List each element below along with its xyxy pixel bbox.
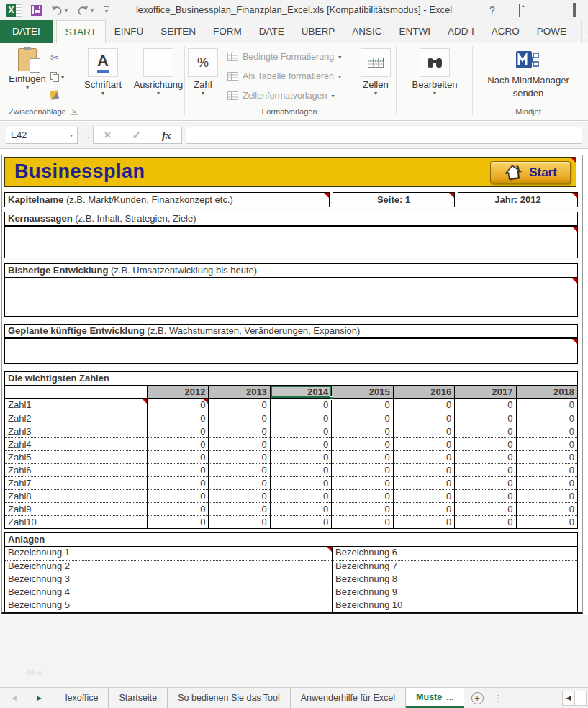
attachment-cell[interactable]: Bezeichnung 4	[5, 586, 332, 599]
value-cell[interactable]: 0	[393, 515, 454, 528]
value-cell[interactable]: 0	[331, 463, 392, 476]
clipboard-dialog-launcher-icon[interactable]: ↘	[71, 108, 78, 115]
scroll-left-icon[interactable]: ◀	[562, 691, 575, 706]
editing-group-button[interactable]: Bearbeiten ▾	[409, 48, 461, 96]
year-header-cell[interactable]: 2015	[331, 386, 392, 398]
value-cell[interactable]: 0	[454, 412, 515, 425]
attachment-cell[interactable]: Bezeichnung 10	[332, 599, 577, 612]
ribbon-tab-powe[interactable]: POWE	[528, 20, 575, 43]
value-cell[interactable]: 0	[516, 399, 577, 412]
save-icon[interactable]	[31, 5, 42, 16]
row-label-cell[interactable]: Zahl4	[5, 437, 147, 450]
year-header-cell[interactable]: 2017	[454, 386, 515, 398]
value-cell[interactable]: 0	[516, 463, 577, 476]
value-cell[interactable]: 0	[270, 450, 331, 463]
value-cell[interactable]: 0	[147, 502, 208, 515]
value-cell[interactable]: 0	[331, 502, 392, 515]
value-cell[interactable]: 0	[393, 399, 454, 412]
send-to-mindmanager-button[interactable]: Nach MindManager senden	[472, 43, 584, 99]
row-label-cell[interactable]: Zahl8	[5, 489, 147, 502]
ribbon-tab-add-i[interactable]: ADD-I	[439, 20, 483, 43]
value-cell[interactable]: 0	[393, 489, 454, 502]
value-cell[interactable]: 0	[516, 425, 577, 437]
value-cell[interactable]: 0	[454, 425, 515, 437]
value-cell[interactable]: 0	[147, 450, 208, 463]
row-label-cell[interactable]: Zahl9	[5, 502, 147, 515]
value-cell[interactable]: 0	[147, 489, 208, 502]
value-cell[interactable]: 0	[331, 437, 392, 450]
value-cell[interactable]: 0	[208, 425, 269, 437]
number-group-button[interactable]: % Zahl ▾	[183, 48, 223, 96]
row-label-cell[interactable]: Zahl10	[5, 515, 147, 528]
value-cell[interactable]: 0	[208, 399, 269, 412]
value-cell[interactable]: 0	[208, 502, 269, 515]
value-cell[interactable]: 0	[393, 437, 454, 450]
value-cell[interactable]: 0	[331, 399, 392, 412]
attachment-cell[interactable]: Bezeichnung 5	[5, 599, 332, 612]
attachment-cell[interactable]: Bezeichnung 1	[5, 547, 332, 560]
value-cell[interactable]: 0	[393, 476, 454, 489]
name-box-caret-icon[interactable]: ▾	[70, 132, 73, 139]
ribbon-tab-seiten[interactable]: SEITEN	[152, 20, 204, 43]
ribbon-tab-entwi[interactable]: ENTWI	[391, 20, 440, 43]
attachment-cell[interactable]: Bezeichnung 3	[5, 573, 332, 586]
attachment-cell[interactable]: Bezeichnung 7	[332, 560, 577, 573]
seite-cell[interactable]: Seite: 1	[333, 192, 455, 207]
value-cell[interactable]: 0	[208, 437, 269, 450]
value-cell[interactable]: 0	[393, 412, 454, 425]
value-cell[interactable]: 0	[454, 463, 515, 476]
value-cell[interactable]: 0	[516, 412, 577, 425]
sheet-tab-so-bedienen-sie-das-tool[interactable]: So bedienen Sie das Tool	[168, 688, 291, 708]
styles-item-als-tabelle-formatieren[interactable]: Als Tabelle formatieren▾	[227, 68, 341, 84]
value-cell[interactable]: 0	[147, 399, 208, 412]
alignment-group-button[interactable]: Ausrichtung ▾	[134, 48, 183, 96]
value-cell[interactable]: 0	[270, 463, 331, 476]
row-label-cell[interactable]: Zahl5	[5, 450, 147, 463]
value-cell[interactable]: 0	[147, 463, 208, 476]
value-cell[interactable]: 0	[516, 502, 577, 515]
ribbon-tab-einfü[interactable]: EINFÜ	[106, 20, 153, 43]
excel-logo-icon[interactable]: X	[6, 4, 22, 17]
value-cell[interactable]: 0	[516, 489, 577, 502]
value-cell[interactable]: 0	[147, 412, 208, 425]
new-sheet-button[interactable]: +	[471, 688, 484, 708]
section-input-kernaussagen[interactable]	[4, 226, 578, 258]
start-button[interactable]: Start	[490, 161, 571, 183]
selection-fill-handle[interactable]	[330, 396, 333, 400]
value-cell[interactable]: 0	[331, 425, 392, 437]
insert-function-icon[interactable]: fx	[162, 130, 171, 142]
ribbon-tab-acro[interactable]: ACRO	[483, 20, 528, 43]
year-header-cell[interactable]: 2016	[393, 386, 454, 398]
attachment-cell[interactable]: Bezeichnung 2	[5, 560, 332, 573]
ribbon-tab-form[interactable]: FORM	[204, 20, 250, 43]
value-cell[interactable]: 0	[208, 450, 269, 463]
value-cell[interactable]: 0	[516, 437, 577, 450]
value-cell[interactable]: 0	[208, 515, 269, 528]
value-cell[interactable]: 0	[454, 502, 515, 515]
attachment-cell[interactable]: Bezeichnung 6	[332, 547, 577, 560]
value-cell[interactable]: 0	[270, 489, 331, 502]
styles-item-zellenformatvorlagen[interactable]: Zellenformatvorlagen▾	[227, 88, 341, 104]
value-cell[interactable]: 0	[208, 463, 269, 476]
value-cell[interactable]: 0	[454, 515, 515, 528]
jahr-cell[interactable]: Jahr: 2012	[458, 192, 578, 207]
value-cell[interactable]: 0	[208, 489, 269, 502]
undo-caret-icon[interactable]: ▾	[65, 7, 68, 14]
value-cell[interactable]: 0	[393, 425, 454, 437]
kapitelname-cell[interactable]: Kapitelname (z.B. Markt/Kunden, Finanzko…	[4, 192, 330, 207]
sheet-tab-anwenderhilfe-für-excel[interactable]: Anwenderhilfe für Excel	[291, 688, 406, 708]
year-header-cell[interactable]: 2014	[270, 386, 331, 398]
value-cell[interactable]: 0	[270, 425, 331, 437]
cells-group-button[interactable]: Zellen ▾	[356, 48, 396, 96]
value-cell[interactable]: 0	[147, 476, 208, 489]
cut-button[interactable]: ✂	[50, 52, 59, 63]
value-cell[interactable]: 0	[270, 515, 331, 528]
value-cell[interactable]: 0	[393, 463, 454, 476]
user-account-button[interactable]: Schoenstei... ▾	[581, 20, 588, 43]
ribbon-tab-überp[interactable]: ÜBERP	[293, 20, 344, 43]
value-cell[interactable]: 0	[393, 502, 454, 515]
value-cell[interactable]: 0	[208, 476, 269, 489]
enter-icon[interactable]: ✓	[132, 129, 141, 142]
sheet-tab-lexoffice[interactable]: lexoffice	[55, 688, 109, 708]
section-input-geplante-entwicklung[interactable]	[4, 338, 578, 364]
